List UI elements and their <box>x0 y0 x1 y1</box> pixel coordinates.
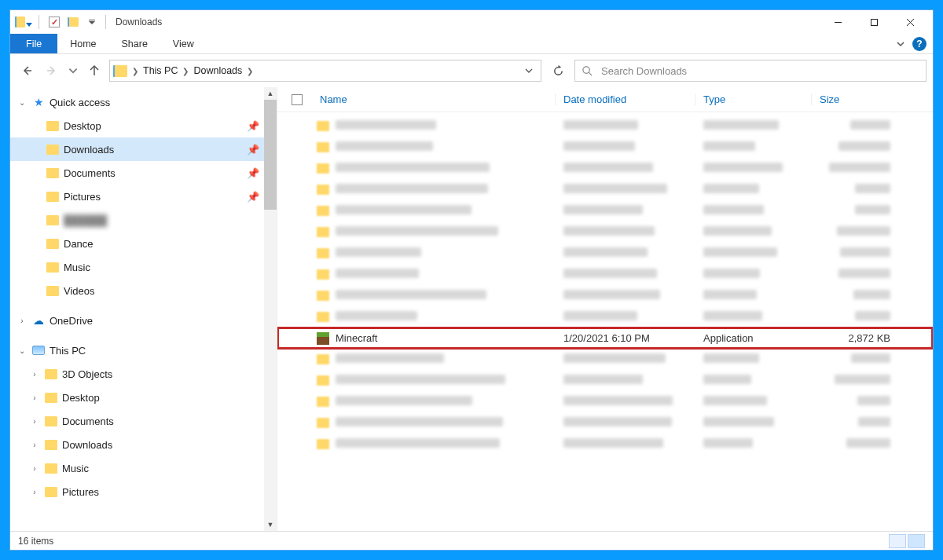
address-bar[interactable]: ❯ This PC ❯ Downloads ❯ <box>109 60 541 82</box>
tree-item[interactable]: Desktop📌 <box>10 114 277 137</box>
breadcrumb-downloads[interactable]: Downloads <box>192 65 244 76</box>
file-row-blurred[interactable] <box>277 137 933 158</box>
thumbnails-view-button[interactable] <box>908 534 925 548</box>
separator <box>39 15 39 29</box>
titlebar: ✓ Downloads <box>10 10 933 34</box>
chevron-right-icon[interactable]: › <box>29 417 40 426</box>
column-size[interactable]: Size <box>812 93 898 105</box>
details-view-button[interactable] <box>889 534 906 548</box>
chevron-down-icon[interactable]: ⌄ <box>17 98 28 107</box>
file-row-minecraft[interactable]: Minecraft1/20/2021 6:10 PMApplication2,8… <box>277 328 933 349</box>
tree-this-pc[interactable]: ⌄ This PC <box>10 339 277 362</box>
file-row-blurred[interactable] <box>277 221 933 243</box>
new-folder-icon[interactable] <box>64 13 82 31</box>
scrollbar-thumb[interactable] <box>264 100 277 210</box>
file-row-blurred[interactable] <box>277 391 933 412</box>
file-row-blurred[interactable] <box>277 158 933 179</box>
file-row-blurred[interactable] <box>277 200 933 221</box>
tree-item[interactable]: Pictures📌 <box>10 185 277 208</box>
refresh-button[interactable] <box>546 60 570 82</box>
tree-item[interactable]: Downloads📌 <box>10 137 277 161</box>
body: ▲ ▼ ⌄ ★ Quick access Desktop📌Downloads📌D… <box>10 87 933 531</box>
file-row-blurred[interactable] <box>277 434 933 455</box>
tree-label: Pictures <box>62 486 99 498</box>
chevron-down-icon[interactable]: ⌄ <box>17 346 28 355</box>
collapse-ribbon-icon[interactable] <box>895 38 906 49</box>
column-type[interactable]: Type <box>695 93 812 105</box>
file-row-blurred[interactable] <box>277 243 933 264</box>
folder-icon <box>45 262 61 273</box>
file-icon <box>317 206 336 216</box>
status-bar: 16 items <box>10 531 933 550</box>
tree-onedrive[interactable]: › ☁ OneDrive <box>10 309 277 332</box>
address-dropdown-icon[interactable] <box>520 64 538 78</box>
help-icon[interactable]: ? <box>912 37 926 51</box>
tab-home[interactable]: Home <box>57 34 108 53</box>
tree-label: Documents <box>64 167 116 179</box>
tree-item[interactable]: ›Documents <box>10 409 277 433</box>
breadcrumb-this-pc[interactable]: This PC <box>141 65 179 76</box>
maximize-button[interactable] <box>856 10 892 34</box>
file-tab[interactable]: File <box>10 34 57 53</box>
tree-item[interactable]: Dance <box>10 232 277 255</box>
folder-icon <box>45 215 61 225</box>
tree-item[interactable]: Videos <box>10 279 277 302</box>
chevron-right-icon[interactable]: › <box>29 441 40 449</box>
tree-item[interactable]: ›3D Objects <box>10 362 277 386</box>
recent-locations-icon[interactable] <box>67 64 79 77</box>
view-mode-buttons <box>889 534 925 548</box>
back-button[interactable] <box>17 60 37 81</box>
customize-qat-icon[interactable] <box>83 13 101 31</box>
tree-item[interactable]: ██████ <box>10 208 277 232</box>
chevron-right-icon[interactable]: ❯ <box>132 67 138 75</box>
file-row-blurred[interactable] <box>277 264 933 285</box>
search-input[interactable]: Search Downloads <box>574 60 926 82</box>
tree-item[interactable]: Music <box>10 255 277 279</box>
ribbon-tabs: File Home Share View ? <box>10 34 933 54</box>
select-all-checkbox[interactable] <box>277 94 317 105</box>
tree-label: Quick access <box>50 97 110 108</box>
file-row-blurred[interactable] <box>277 179 933 200</box>
tab-share[interactable]: Share <box>109 34 160 53</box>
file-icon <box>317 418 336 428</box>
tree-label: Documents <box>62 415 114 427</box>
column-date[interactable]: Date modified <box>556 93 695 105</box>
file-icon <box>317 142 336 152</box>
folder-icon <box>45 168 61 178</box>
chevron-right-icon[interactable]: › <box>17 317 28 325</box>
tree-item[interactable]: ›Music <box>10 456 277 480</box>
tree-label: Pictures <box>64 191 101 203</box>
tree-item[interactable]: ›Downloads <box>10 433 277 456</box>
scroll-down-icon[interactable]: ▼ <box>264 518 277 531</box>
tree-item[interactable]: Documents📌 <box>10 161 277 185</box>
minimize-button[interactable] <box>820 10 856 34</box>
scroll-up-icon[interactable]: ▲ <box>264 87 277 100</box>
tree-item[interactable]: ›Pictures <box>10 480 277 503</box>
close-button[interactable] <box>892 10 928 34</box>
chevron-right-icon[interactable]: › <box>29 464 40 473</box>
file-date: 1/20/2021 6:10 PM <box>556 332 695 344</box>
chevron-right-icon[interactable]: ❯ <box>247 67 253 75</box>
tree-label: Music <box>64 262 90 273</box>
up-button[interactable] <box>84 60 105 81</box>
file-icon <box>317 163 336 174</box>
file-row-blurred[interactable] <box>277 306 933 328</box>
forward-button[interactable] <box>42 60 62 81</box>
pin-icon: 📌 <box>247 144 259 156</box>
chevron-right-icon[interactable]: › <box>29 370 40 379</box>
file-row-blurred[interactable] <box>277 349 933 370</box>
properties-check-icon[interactable]: ✓ <box>46 13 63 31</box>
tree-label: Downloads <box>62 439 112 451</box>
folder-icon <box>45 121 61 131</box>
chevron-right-icon[interactable]: › <box>29 488 40 496</box>
file-row-blurred[interactable] <box>277 370 933 391</box>
column-name[interactable]: Name <box>317 93 556 105</box>
file-row-blurred[interactable] <box>277 412 933 434</box>
chevron-right-icon[interactable]: › <box>29 393 40 402</box>
tree-item[interactable]: ›Desktop <box>10 386 277 409</box>
tab-view[interactable]: View <box>160 34 207 53</box>
chevron-right-icon[interactable]: ❯ <box>182 67 189 75</box>
file-row-blurred[interactable] <box>277 115 933 137</box>
file-row-blurred[interactable] <box>277 285 933 306</box>
tree-quick-access[interactable]: ⌄ ★ Quick access <box>10 90 277 114</box>
